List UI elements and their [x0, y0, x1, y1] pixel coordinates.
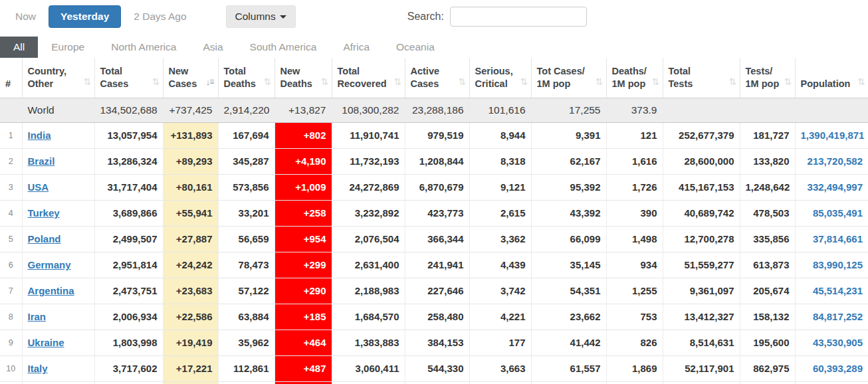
col-header-serious-critical[interactable]: Serious,Critical ⇅: [469, 58, 531, 98]
population-cell[interactable]: [795, 98, 868, 122]
new-deaths-cell: +290: [274, 278, 332, 304]
country-link[interactable]: Brazil: [28, 155, 55, 167]
rank-cell: 10: [0, 355, 22, 381]
new-cases-cell: +17,221: [163, 355, 218, 381]
sort-icon[interactable]: ⇅: [84, 76, 91, 88]
population-cell[interactable]: [795, 381, 868, 384]
population-cell[interactable]: 84,817,252: [795, 304, 868, 330]
population-cell[interactable]: 1,390,419,871: [795, 122, 868, 148]
country-cell: [22, 381, 94, 384]
col-header-active-cases[interactable]: ActiveCases ⇅: [405, 58, 469, 98]
region-tabs: AllEuropeNorth AmericaAsiaSouth AmericaA…: [0, 37, 868, 58]
rank-cell: 3: [0, 174, 22, 200]
deaths-1m-cell: 1,726: [606, 174, 663, 200]
col-header-total-recovered[interactable]: TotalRecovered ⇅: [332, 58, 405, 98]
country-link[interactable]: Argentina: [28, 285, 74, 296]
now-button[interactable]: Now: [15, 11, 36, 23]
columns-dropdown-button[interactable]: Columns: [226, 5, 296, 28]
serious-critical-cell: 2,615: [469, 200, 531, 226]
tab-africa[interactable]: Africa: [330, 37, 383, 58]
table-row: 3 USA 31,717,404 +80,161 573,856 +1,009 …: [0, 174, 868, 200]
new-cases-cell: +131,893: [163, 122, 218, 148]
tab-europe[interactable]: Europe: [38, 37, 98, 58]
col-header-new-deaths[interactable]: NewDeaths ⇅: [274, 58, 332, 98]
col-header-population[interactable]: Population ⇅: [795, 58, 868, 98]
serious-critical-cell: 9,121: [469, 174, 531, 200]
table-row: 8 Iran 2,006,934 +22,586 63,884 +185 1,6…: [0, 304, 868, 330]
tab-north-america[interactable]: North America: [98, 37, 189, 58]
search-input[interactable]: [450, 7, 587, 27]
country-link[interactable]: Ukraine: [28, 337, 64, 348]
total-deaths-cell: 345,287: [218, 148, 274, 174]
col-header-tot-cases-1m[interactable]: Tot Cases/1M pop ⇅: [531, 58, 606, 98]
serious-critical-cell: 101,616: [469, 98, 531, 122]
country-link[interactable]: Turkey: [28, 207, 60, 219]
sort-icon[interactable]: ⇅: [652, 76, 659, 88]
deaths-1m-cell: [606, 381, 663, 384]
two-days-ago-button[interactable]: 2 Days Ago: [134, 11, 186, 23]
tab-oceania[interactable]: Oceania: [383, 37, 448, 58]
population-cell[interactable]: 85,035,491: [795, 200, 868, 226]
country-cell: India: [22, 122, 94, 148]
country-cell: Argentina: [22, 278, 94, 304]
table-row: 2 Brazil 13,286,324 +89,293 345,287 +4,1…: [0, 148, 868, 174]
total-cases-cell: 2,499,507: [94, 226, 163, 252]
active-cases-cell: 544,330: [405, 355, 469, 381]
total-recovered-cell: 1,383,883: [332, 330, 405, 355]
col-header-tests-1m[interactable]: Tests/1M pop ⇅: [740, 58, 795, 98]
total-deaths-cell: 167,694: [218, 122, 274, 148]
population-cell[interactable]: 83,990,125: [795, 252, 868, 278]
sort-icon[interactable]: ⇅: [394, 76, 401, 88]
sort-icon[interactable]: ⇅: [520, 76, 528, 88]
table-row: 9 Ukraine 1,803,998 +19,419 35,962 +464 …: [0, 330, 868, 355]
country-link[interactable]: USA: [28, 181, 49, 193]
country-link[interactable]: Iran: [28, 311, 47, 322]
sort-descending-icon[interactable]: ↓☰: [206, 76, 215, 88]
sort-icon[interactable]: ⇅: [264, 76, 271, 88]
sort-icon[interactable]: ⇅: [321, 76, 328, 88]
population-cell[interactable]: 37,814,661: [795, 226, 868, 252]
tot-cases-1m-cell: 17,255: [531, 98, 606, 122]
total-deaths-cell: 78,473: [218, 252, 274, 278]
population-cell[interactable]: 43,530,905: [795, 330, 868, 355]
total-recovered-cell: 11,732,193: [332, 148, 405, 174]
total-recovered-cell: 1,684,570: [332, 304, 405, 330]
new-deaths-cell: +258: [274, 200, 332, 226]
col-header-total-deaths[interactable]: TotalDeaths ⇅: [218, 58, 274, 98]
country-link[interactable]: Italy: [28, 363, 48, 374]
rank-cell: 9: [0, 330, 22, 355]
tab-south-america[interactable]: South America: [237, 37, 330, 58]
sort-icon[interactable]: ⇅: [784, 76, 792, 88]
sort-icon[interactable]: ⇅: [857, 76, 865, 88]
country-link[interactable]: Germany: [28, 259, 71, 270]
new-deaths-cell: +299: [274, 252, 332, 278]
new-deaths-cell: +4,190: [274, 148, 332, 174]
col-header-country[interactable]: Country,Other ⇅: [22, 58, 94, 98]
total-tests-cell: [663, 98, 740, 122]
sort-icon[interactable]: ⇅: [459, 76, 466, 88]
total-cases-cell: 3,689,866: [94, 200, 163, 226]
caret-down-icon: [280, 15, 286, 19]
tab-all[interactable]: All: [0, 37, 38, 58]
sort-icon[interactable]: ⇅: [729, 76, 736, 88]
population-cell[interactable]: 45,514,231: [795, 278, 868, 304]
country-link[interactable]: India: [28, 130, 51, 141]
tab-asia[interactable]: Asia: [189, 37, 236, 58]
population-cell[interactable]: 332,494,997: [795, 174, 868, 200]
col-header-deaths-1m[interactable]: Deaths/1M pop ⇅: [606, 58, 663, 98]
new-cases-cell: [163, 381, 218, 384]
total-recovered-cell: 2,076,504: [332, 226, 405, 252]
col-header-total-tests[interactable]: TotalTests ⇅: [663, 58, 740, 98]
serious-critical-cell: 4,439: [469, 252, 531, 278]
sort-icon[interactable]: ⇅: [152, 76, 160, 88]
col-header-total-cases[interactable]: TotalCases ⇅: [94, 58, 163, 98]
population-cell[interactable]: 213,720,582: [795, 148, 868, 174]
country-cell: USA: [22, 174, 94, 200]
yesterday-button[interactable]: Yesterday: [49, 5, 121, 28]
population-cell[interactable]: 60,393,289: [795, 355, 868, 381]
col-header-new-cases[interactable]: NewCases ↓☰: [163, 58, 218, 98]
new-cases-cell: +80,161: [163, 174, 218, 200]
sort-icon[interactable]: ⇅: [596, 76, 603, 88]
deaths-1m-cell: 390: [606, 200, 663, 226]
country-link[interactable]: Poland: [28, 233, 61, 244]
